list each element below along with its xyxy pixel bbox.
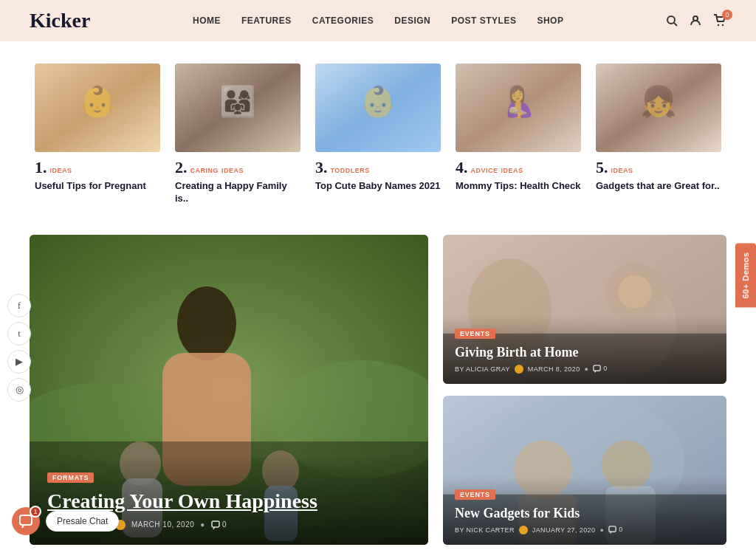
- svg-point-19: [177, 286, 236, 360]
- side-post-meta: BY NICK CARTER JANUARY 27, 2020 ● 0: [455, 526, 715, 534]
- rank-tag: TODDLERS: [331, 167, 370, 174]
- main-content: 👶 1.IDEASUseful Tips for Pregnant 👨‍👩‍👧 …: [0, 41, 756, 550]
- side-post-title[interactable]: Giving Birth at Home: [455, 345, 715, 360]
- youtube-icon[interactable]: ▶: [7, 350, 31, 374]
- rank-title[interactable]: Top Cute Baby Names 2021: [315, 180, 441, 193]
- side-post[interactable]: EVENTSGiving Birth at HomeBY ALICIA GRAY…: [443, 235, 726, 384]
- meta-dot-icon: [515, 365, 523, 374]
- rank-number: 3.: [315, 158, 328, 177]
- side-post-title[interactable]: New Gadgets for Kids: [455, 506, 715, 521]
- nav-item-shop[interactable]: SHOP: [537, 16, 563, 26]
- side-post-tag[interactable]: EVENTS: [455, 329, 495, 339]
- rank-title[interactable]: Gadgets that are Great for..: [596, 180, 721, 193]
- ranked-item[interactable]: 👶 1.IDEASUseful Tips for Pregnant: [35, 63, 160, 205]
- meta-dot-icon: [519, 526, 528, 534]
- facebook-icon[interactable]: f: [7, 294, 31, 317]
- rank-tag: ADVICE: [471, 167, 498, 174]
- rank-tag: IDEAS: [50, 167, 72, 174]
- ranked-item[interactable]: 👶 3.TODDLERSTop Cute Baby Names 2021: [315, 63, 441, 205]
- featured-post-date: MARCH 10, 2020: [131, 520, 194, 529]
- svg-rect-41: [609, 526, 616, 532]
- search-icon[interactable]: [666, 15, 678, 27]
- svg-text:👨‍👩‍👧: 👨‍👩‍👧: [219, 83, 256, 119]
- side-post-date: MARCH 8, 2020: [528, 365, 580, 373]
- user-icon[interactable]: [690, 15, 701, 27]
- rank-tag: CARING: [190, 167, 219, 174]
- meta-separator: ●: [585, 365, 589, 373]
- svg-point-30: [618, 275, 651, 308]
- ranked-item[interactable]: 👨‍👩‍👧 2.CARINGIDEASCreating a Happy Fami…: [175, 63, 300, 205]
- ranked-item[interactable]: 🤱 4.ADVICEIDEASMommy Tips: Health Check: [456, 63, 581, 205]
- side-post-tag[interactable]: EVENTS: [455, 489, 495, 500]
- rank-tag: IDEAS: [611, 167, 633, 174]
- rank-title[interactable]: Mommy Tips: Health Check: [456, 180, 581, 193]
- chat-button[interactable]: 1: [12, 507, 40, 535]
- side-post[interactable]: EVENTSNew Gadgets for KidsBY NICK CARTER…: [443, 396, 726, 545]
- main-nav: HOMEFEATURESCATEGORIESDESIGNPOST STYLESS…: [193, 16, 563, 26]
- chat-widget: 1 Presale Chat: [12, 507, 119, 535]
- cart-icon[interactable]: 0: [713, 14, 726, 27]
- nav-item-home[interactable]: HOME: [193, 16, 221, 26]
- svg-point-4: [722, 24, 724, 26]
- chat-label[interactable]: Presale Chat: [46, 511, 119, 532]
- side-post-overlay: EVENTSNew Gadgets for KidsBY NICK CARTER…: [443, 476, 726, 545]
- svg-text:🤱: 🤱: [500, 83, 537, 119]
- nav-item-post-styles[interactable]: POST STYLES: [451, 16, 516, 26]
- nav-item-design[interactable]: DESIGN: [394, 16, 430, 26]
- rank-number: 2.: [175, 158, 188, 177]
- svg-rect-42: [20, 515, 32, 525]
- side-post-date: JANUARY 27, 2020: [532, 526, 596, 534]
- twitter-icon[interactable]: t: [7, 322, 31, 346]
- featured-post[interactable]: FORMATS Creating Your Own Happiness BY A…: [30, 235, 428, 545]
- header-icons: 0: [666, 14, 726, 27]
- side-post-meta: BY ALICIA GRAY MARCH 8, 2020 ● 0: [455, 365, 715, 374]
- featured-post-tag[interactable]: FORMATS: [47, 472, 94, 483]
- svg-text:👶: 👶: [360, 83, 396, 119]
- social-sidebar: ft▶◎: [7, 294, 31, 402]
- rank-tag: IDEAS: [221, 167, 244, 174]
- side-post-overlay: EVENTSGiving Birth at HomeBY ALICIA GRAY…: [443, 315, 726, 384]
- demos-tab[interactable]: 60+ Demos: [735, 243, 756, 307]
- featured-post-comments: 0: [211, 520, 227, 529]
- instagram-icon[interactable]: ◎: [7, 378, 31, 402]
- svg-text:👶: 👶: [79, 83, 116, 119]
- svg-text:👧: 👧: [640, 83, 677, 119]
- svg-line-1: [674, 23, 677, 26]
- rank-title[interactable]: Useful Tips for Pregnant: [35, 180, 160, 193]
- cart-badge: 0: [722, 10, 732, 20]
- ranked-item[interactable]: 👧 5.IDEASGadgets that are Great for..: [596, 63, 721, 205]
- rank-number: 4.: [456, 158, 468, 177]
- rank-tag: IDEAS: [501, 167, 523, 174]
- meta-separator: ●: [599, 526, 604, 534]
- side-post-author: BY ALICIA GRAY: [455, 365, 510, 373]
- rank-number: 5.: [596, 158, 608, 177]
- svg-rect-26: [212, 521, 219, 527]
- svg-point-0: [667, 16, 675, 24]
- side-post-author: BY NICK CARTER: [455, 526, 515, 534]
- svg-rect-33: [594, 365, 600, 371]
- svg-point-3: [718, 24, 719, 26]
- bottom-section: ft▶◎: [30, 235, 726, 545]
- rank-title[interactable]: Creating a Happy Family is..: [175, 180, 300, 205]
- nav-item-features[interactable]: FEATURES: [241, 16, 292, 26]
- site-logo[interactable]: Kicker: [30, 9, 90, 32]
- right-column: EVENTSGiving Birth at HomeBY ALICIA GRAY…: [443, 235, 726, 545]
- ranked-posts-section: 👶 1.IDEASUseful Tips for Pregnant 👨‍👩‍👧 …: [30, 63, 726, 205]
- nav-item-categories[interactable]: CATEGORIES: [312, 16, 374, 26]
- rank-number: 1.: [35, 158, 47, 177]
- side-post-comments: 0: [608, 526, 622, 534]
- site-header: Kicker HOMEFEATURESCATEGORIESDESIGNPOST …: [0, 0, 756, 41]
- chat-notification: 1: [30, 506, 41, 518]
- side-post-comments: 0: [593, 365, 607, 373]
